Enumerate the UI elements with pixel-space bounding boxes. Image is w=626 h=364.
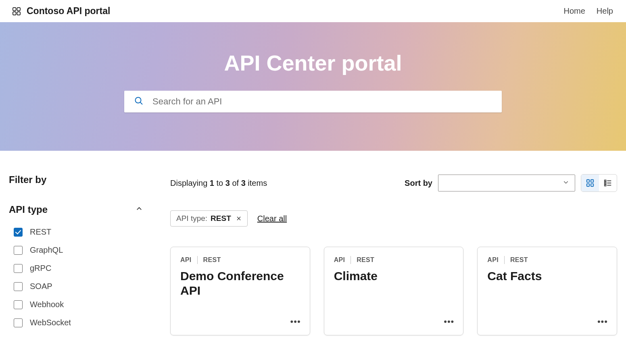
results-area: Displaying 1 to 3 of 3 items Sort by — [170, 174, 617, 335]
filter-option-label: GraphQL — [30, 245, 63, 255]
filter-chip-key: API type: — [176, 214, 207, 223]
clear-all-button[interactable]: Clear all — [257, 214, 287, 223]
filter-chip-value: REST — [211, 214, 231, 223]
sort-area: Sort by — [405, 174, 617, 192]
facet-options: RESTGraphQLgRPCSOAPWebhookWebSocket — [9, 227, 154, 327]
filter-chip: API type: REST — [170, 210, 248, 227]
results-count: Displaying 1 to 3 of 3 items — [170, 179, 267, 188]
sort-dropdown[interactable] — [438, 175, 575, 191]
card-title: Cat Facts — [487, 269, 607, 283]
search-input[interactable] — [152, 96, 492, 107]
svg-rect-2 — [13, 12, 16, 15]
checkbox[interactable] — [14, 282, 23, 291]
waffle-icon — [12, 7, 21, 16]
more-icon[interactable]: ••• — [444, 316, 454, 327]
svg-rect-6 — [587, 180, 589, 182]
search-icon — [134, 96, 144, 107]
more-icon[interactable]: ••• — [597, 316, 608, 327]
svg-rect-1 — [17, 7, 20, 10]
checkbox[interactable] — [14, 300, 23, 309]
view-grid-button[interactable] — [581, 175, 599, 191]
card-meta: APIREST — [334, 256, 454, 264]
brand-title: Contoso API portal — [27, 6, 110, 17]
filter-heading: Filter by — [9, 174, 154, 185]
api-card[interactable]: APIRESTClimate••• — [324, 247, 464, 335]
facet-title: API type — [9, 204, 48, 215]
more-icon[interactable]: ••• — [290, 316, 301, 327]
svg-rect-7 — [591, 180, 593, 182]
card-badge-kind: API — [487, 256, 499, 264]
svg-rect-12 — [605, 182, 606, 184]
card-grid: APIRESTDemo Conference API•••APIRESTClim… — [170, 247, 617, 335]
svg-rect-0 — [13, 7, 16, 10]
svg-rect-14 — [605, 185, 606, 186]
card-title: Demo Conference API — [180, 269, 300, 298]
checkbox[interactable] — [14, 228, 23, 237]
svg-rect-10 — [605, 180, 606, 182]
card-meta: APIREST — [487, 256, 607, 264]
top-bar: Contoso API portal Home Help — [0, 0, 626, 22]
view-list-button[interactable] — [599, 175, 617, 191]
checkbox[interactable] — [14, 264, 23, 273]
chevron-down-icon — [563, 179, 569, 187]
card-badge-type: REST — [203, 256, 221, 264]
svg-rect-3 — [17, 12, 20, 15]
hero-banner: API Center portal — [0, 22, 626, 151]
nav-home[interactable]: Home — [564, 6, 585, 16]
close-icon[interactable] — [236, 216, 242, 221]
hero-title: API Center portal — [0, 50, 626, 75]
results-toolbar: Displaying 1 to 3 of 3 items Sort by — [170, 174, 617, 192]
svg-rect-9 — [591, 184, 593, 186]
filter-option-label: WebSocket — [30, 318, 71, 327]
api-card[interactable]: APIRESTDemo Conference API••• — [170, 247, 310, 335]
filter-option[interactable]: REST — [14, 227, 154, 237]
filter-option-label: gRPC — [30, 264, 51, 273]
divider — [197, 256, 198, 264]
card-badge-type: REST — [357, 256, 374, 264]
filter-option-label: Webhook — [30, 300, 64, 309]
search-box[interactable] — [124, 91, 502, 112]
filter-sidebar: Filter by API type RESTGraphQLgRPCSOAPWe… — [9, 174, 154, 335]
divider — [504, 256, 505, 264]
svg-line-5 — [140, 102, 142, 104]
filter-option[interactable]: GraphQL — [14, 245, 154, 255]
filter-option-label: REST — [30, 227, 51, 237]
api-card[interactable]: APIRESTCat Facts••• — [477, 247, 617, 335]
chevron-up-icon — [136, 205, 143, 214]
filter-option[interactable]: Webhook — [14, 300, 154, 309]
svg-rect-8 — [587, 184, 589, 186]
checkbox[interactable] — [14, 318, 23, 327]
checkbox[interactable] — [14, 246, 23, 255]
card-meta: APIREST — [180, 256, 300, 264]
facet-api-type-toggle[interactable]: API type — [9, 204, 154, 215]
card-badge-kind: API — [180, 256, 192, 264]
view-toggle — [581, 174, 617, 192]
card-title: Climate — [334, 269, 454, 283]
nav-help[interactable]: Help — [597, 6, 613, 16]
svg-point-4 — [136, 98, 141, 103]
top-bar-left: Contoso API portal — [12, 6, 110, 17]
card-badge-kind: API — [334, 256, 345, 264]
top-bar-right: Home Help — [564, 6, 613, 16]
main-content: Filter by API type RESTGraphQLgRPCSOAPWe… — [0, 151, 626, 352]
filter-option[interactable]: WebSocket — [14, 318, 154, 327]
filter-option[interactable]: SOAP — [14, 282, 154, 291]
card-badge-type: REST — [510, 256, 528, 264]
active-filters: API type: REST Clear all — [170, 210, 617, 227]
sort-label: Sort by — [405, 179, 432, 188]
divider — [351, 256, 351, 264]
filter-option-label: SOAP — [30, 282, 52, 291]
filter-option[interactable]: gRPC — [14, 264, 154, 273]
